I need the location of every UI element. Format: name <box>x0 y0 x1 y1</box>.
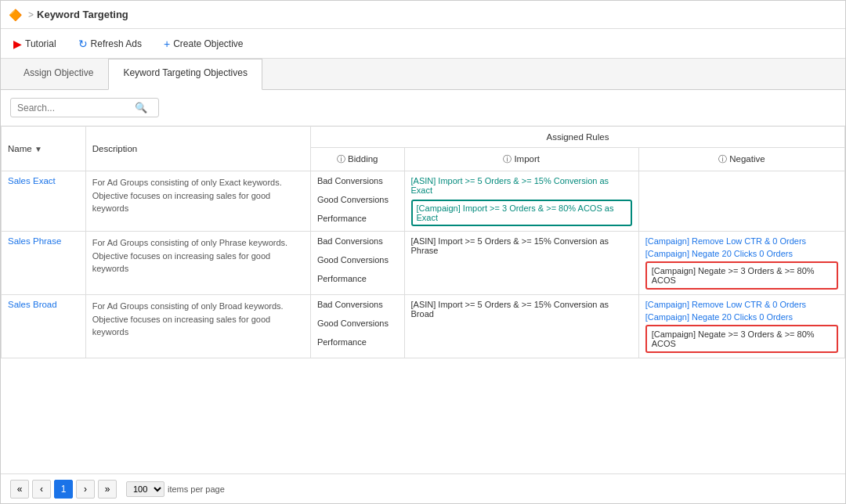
create-objective-button[interactable]: + Create Objective <box>159 35 248 52</box>
refresh-label: Refresh Ads <box>91 38 142 49</box>
cell-import: [ASIN] Import >= 5 Orders & >= 15% Conve… <box>404 232 638 295</box>
cell-negative: [Campaign] Remove Low CTR & 0 Orders[Cam… <box>638 232 844 295</box>
pagination: « ‹ 1 › » 100 50 25 items per page <box>1 473 845 503</box>
refresh-icon: ↻ <box>78 38 88 50</box>
tutorial-icon: ▶ <box>13 38 22 50</box>
bid-label: Good Conversions <box>317 255 398 265</box>
bid-label: Bad Conversions <box>317 300 398 309</box>
bid-label: Good Conversions <box>317 319 398 328</box>
tutorial-label: Tutorial <box>25 38 56 49</box>
cell-negative: [Campaign] Remove Low CTR & 0 Orders[Cam… <box>638 295 844 358</box>
negative-rule: [Campaign] Remove Low CTR & 0 Orders <box>645 300 838 309</box>
search-area: 🔍 <box>1 90 845 126</box>
header: 🔶 > Keyword Targeting <box>1 1 845 29</box>
refresh-ads-button[interactable]: ↻ Refresh Ads <box>74 35 146 52</box>
app-container: 🔶 > Keyword Targeting ▶ Tutorial ↻ Refre… <box>0 0 846 504</box>
row-description: For Ad Groups consisting of only Exact k… <box>92 178 282 213</box>
negative-info-icon: ⓘ <box>718 154 727 164</box>
cell-name: Sales Exact <box>2 171 86 232</box>
breadcrumb-sep: > <box>28 9 34 20</box>
toolbar: ▶ Tutorial ↻ Refresh Ads + Create Object… <box>1 29 845 59</box>
col-header-name: Name ▼ <box>2 127 86 171</box>
cell-description: For Ad Groups consisting of only Broad k… <box>85 295 310 358</box>
create-icon: + <box>164 38 170 50</box>
current-page-button[interactable]: 1 <box>54 480 73 499</box>
search-icon: 🔍 <box>135 102 147 113</box>
negative-rule-red: [Campaign] Negate >= 3 Orders & >= 80% A… <box>645 261 838 290</box>
last-page-button[interactable]: » <box>98 480 117 499</box>
bid-label: Performance <box>317 214 398 223</box>
negative-rule: [Campaign] Remove Low CTR & 0 Orders <box>645 236 838 246</box>
negative-rule: [Campaign] Negate 20 Clicks 0 Orders <box>645 249 838 258</box>
negative-rule-red: [Campaign] Negate >= 3 Orders & >= 80% A… <box>645 325 838 353</box>
bid-label: Performance <box>317 337 398 347</box>
sort-icon[interactable]: ▼ <box>34 145 42 153</box>
create-label: Create Objective <box>173 38 243 49</box>
negative-rule: [Campaign] Negate 20 Clicks 0 Orders <box>645 312 838 322</box>
row-description: For Ad Groups consisting of only Broad k… <box>92 301 284 337</box>
next-page-button[interactable]: › <box>76 480 95 499</box>
cell-bidding: Bad ConversionsGood ConversionsPerforman… <box>310 295 404 358</box>
main-table: Name ▼ Description Assigned Rules ⓘ Bidd… <box>1 126 845 358</box>
tab-assign-objective[interactable]: Assign Objective <box>9 59 108 89</box>
table-container: Name ▼ Description Assigned Rules ⓘ Bidd… <box>1 126 845 473</box>
import-rule: [ASIN] Import >= 5 Orders & >= 15% Conve… <box>411 176 632 195</box>
per-page-select: 100 50 25 items per page <box>126 481 225 497</box>
row-description: For Ad Groups consisting of only Phrase … <box>92 238 287 273</box>
table-row: Sales BroadFor Ad Groups consisting of o… <box>2 295 845 358</box>
table-row: Sales ExactFor Ad Groups consisting of o… <box>2 171 845 232</box>
tutorial-button[interactable]: ▶ Tutorial <box>9 35 61 52</box>
col-header-negative: ⓘ Negative <box>638 148 844 171</box>
bid-label: Bad Conversions <box>317 236 398 246</box>
prev-page-button[interactable]: ‹ <box>32 480 51 499</box>
cell-import: [ASIN] Import >= 5 Orders & >= 15% Conve… <box>404 171 638 232</box>
per-page-label: items per page <box>168 484 225 494</box>
search-box: 🔍 <box>10 98 159 117</box>
bid-label: Good Conversions <box>317 195 398 204</box>
row-name[interactable]: Sales Phrase <box>8 236 61 246</box>
cell-import: [ASIN] Import >= 5 Orders & >= 15% Conve… <box>404 295 638 358</box>
import-rule: [ASIN] Import >= 5 Orders & >= 15% Conve… <box>411 300 632 319</box>
cell-bidding: Bad ConversionsGood ConversionsPerforman… <box>310 171 404 232</box>
tab-keyword-targeting-objectives[interactable]: Keyword Targeting Objectives <box>108 59 262 90</box>
import-info-icon: ⓘ <box>503 154 512 164</box>
cell-description: For Ad Groups consisting of only Phrase … <box>85 232 310 295</box>
cell-name: Sales Phrase <box>2 232 86 295</box>
col-header-import: ⓘ Import <box>404 148 638 171</box>
keyword-targeting-icon: 🔶 <box>9 9 22 21</box>
cell-name: Sales Broad <box>2 295 86 358</box>
cell-bidding: Bad ConversionsGood ConversionsPerforman… <box>310 232 404 295</box>
tabs: Assign Objective Keyword Targeting Objec… <box>1 59 845 90</box>
col-header-description: Description <box>85 127 310 171</box>
col-header-bidding: ⓘ Bidding <box>310 148 404 171</box>
header-title: Keyword Targeting <box>37 9 128 20</box>
row-name[interactable]: Sales Broad <box>8 300 57 309</box>
first-page-button[interactable]: « <box>10 480 29 499</box>
row-name[interactable]: Sales Exact <box>8 176 56 185</box>
bid-label: Performance <box>317 274 398 283</box>
cell-description: For Ad Groups consisting of only Exact k… <box>85 171 310 232</box>
bid-label: Bad Conversions <box>317 176 398 185</box>
assigned-rules-header: Assigned Rules <box>310 127 844 148</box>
per-page-dropdown[interactable]: 100 50 25 <box>126 481 164 497</box>
search-input[interactable] <box>17 103 135 113</box>
import-rule: [ASIN] Import >= 5 Orders & >= 15% Conve… <box>411 236 632 255</box>
cell-negative <box>638 171 844 232</box>
table-row: Sales PhraseFor Ad Groups consisting of … <box>2 232 845 295</box>
import-rule-highlighted: [Campaign] Import >= 3 Orders & >= 80% A… <box>411 200 632 226</box>
bidding-info-icon: ⓘ <box>337 154 345 164</box>
